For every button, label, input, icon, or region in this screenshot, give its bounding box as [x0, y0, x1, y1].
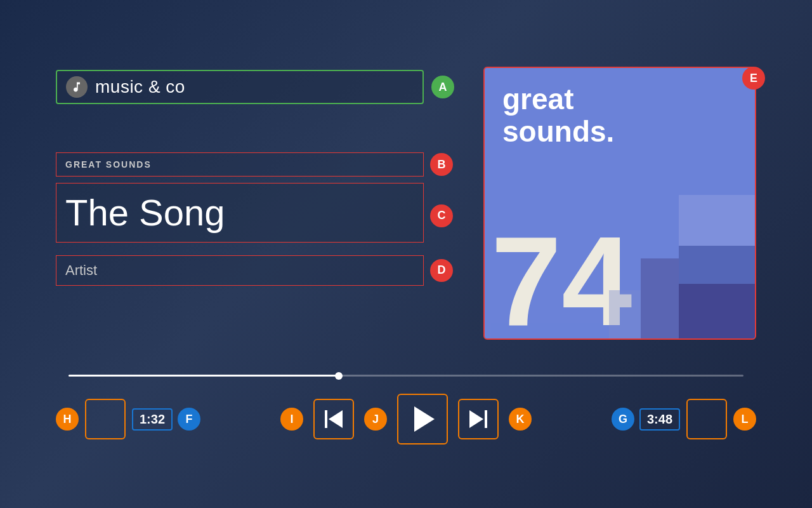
deco-block-4	[641, 258, 679, 340]
deco-block-1	[679, 195, 755, 246]
skip-next-tri	[469, 410, 483, 428]
search-box[interactable]: music & co	[56, 70, 424, 104]
badge-e-container: E	[742, 67, 765, 90]
progress-thumb	[335, 372, 343, 380]
skip-prev-bar	[325, 410, 327, 428]
skip-next-icon	[469, 410, 487, 428]
song-title: The Song	[56, 183, 424, 243]
badge-j: J	[364, 408, 387, 431]
album-art: great sounds. 74	[483, 67, 756, 340]
play-button[interactable]	[397, 394, 448, 444]
progress-track[interactable]	[69, 375, 743, 377]
badge-g: G	[612, 408, 634, 431]
deco-block-3	[679, 284, 755, 340]
top-bar: music & co A	[56, 70, 454, 104]
left-extra-button[interactable]	[85, 399, 126, 439]
controls-area: H 1:32 F I J	[56, 394, 756, 444]
badge-d: D	[430, 259, 453, 282]
badge-k: K	[509, 408, 532, 431]
current-time: 1:32	[132, 408, 173, 431]
badge-a: A	[431, 76, 454, 98]
playlist-label: GREAT SOUNDS	[56, 152, 424, 177]
skip-prev-icon	[325, 410, 343, 428]
right-controls: G 3:48 L	[612, 399, 756, 439]
play-icon	[414, 406, 435, 432]
deco-block-2	[679, 246, 755, 284]
artist-row: Artist D	[56, 255, 455, 286]
badge-f: F	[178, 408, 200, 431]
time-right-group: G 3:48	[612, 408, 680, 431]
album-title: great sounds.	[502, 83, 737, 147]
badge-e: E	[742, 67, 765, 90]
main-content: GREAT SOUNDS B The Song C Artist D	[56, 152, 455, 286]
total-time: 3:48	[639, 408, 680, 431]
badge-i: I	[280, 408, 303, 431]
deco-block-5	[609, 290, 641, 340]
progress-area[interactable]	[69, 375, 743, 389]
left-controls: H 1:32 F	[56, 399, 200, 439]
label-row-group: GREAT SOUNDS B	[56, 152, 455, 177]
time-left-group: 1:32 F	[132, 408, 200, 431]
badge-h: H	[56, 408, 79, 431]
app-title-text: music & co	[95, 77, 185, 97]
album-art-inner: great sounds. 74	[485, 68, 755, 338]
badge-b: B	[430, 153, 453, 176]
artist-label: Artist	[56, 255, 424, 286]
song-title-row: The Song C	[56, 183, 455, 249]
progress-fill	[69, 375, 339, 377]
music-icon	[66, 76, 88, 98]
skip-next-bar	[485, 410, 487, 428]
badge-l: L	[733, 408, 756, 431]
center-controls: I J K	[280, 394, 532, 444]
skip-prev-tri	[329, 410, 343, 428]
prev-button[interactable]	[313, 399, 354, 439]
badge-c: C	[430, 204, 453, 227]
right-extra-button[interactable]	[686, 399, 727, 439]
next-button[interactable]	[458, 399, 499, 439]
